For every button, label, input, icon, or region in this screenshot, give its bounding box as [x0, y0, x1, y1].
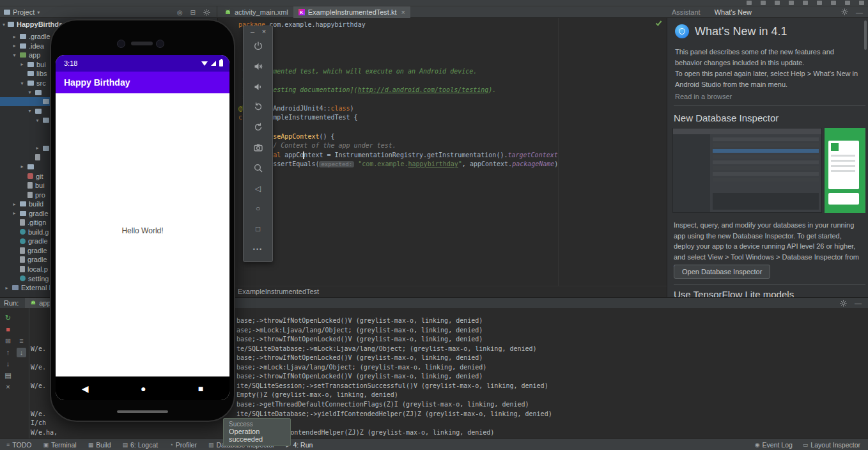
log-line-text: base;->throwIfNotOpenLocked()V (greylist…	[236, 372, 483, 382]
hide-panel-icon[interactable]: —	[855, 299, 862, 307]
home-icon[interactable]: ●	[141, 384, 146, 394]
wifi-icon	[201, 61, 208, 66]
folder-icon	[20, 43, 26, 49]
tree-toggle-icon[interactable]: ▾	[12, 52, 17, 58]
statusbar-item-label: 4: Run	[293, 441, 313, 449]
close-tab-icon[interactable]: ×	[401, 8, 405, 16]
kotlin-file-icon: K	[298, 9, 305, 15]
tree-toggle-icon[interactable]: ▸	[4, 285, 10, 291]
tree-toggle-icon[interactable]: ▸	[35, 145, 40, 151]
chevron-down-icon[interactable]: ▾	[37, 10, 40, 15]
status-time: 3:18	[64, 59, 77, 67]
tab-label: activity_main.xml	[235, 8, 288, 16]
tree-item-label: setting	[28, 275, 49, 283]
attach-icon[interactable]	[831, 1, 836, 5]
tab-activity-main[interactable]: activity_main.xml	[219, 6, 293, 18]
screenshot-icon[interactable]	[244, 142, 272, 153]
project-icon	[4, 10, 10, 15]
code-editor[interactable]: package com.example.happybirthday * Inst…	[217, 18, 667, 286]
minimize-icon[interactable]: –	[248, 27, 257, 36]
settings-gear-icon[interactable]	[841, 8, 848, 15]
divider	[674, 284, 865, 285]
code-line: fun useAppContext() {	[238, 132, 667, 142]
tree-toggle-icon[interactable]: ▸	[12, 210, 17, 216]
locate-icon[interactable]: ◎	[177, 9, 183, 16]
tab-example-instrumented-test[interactable]: K ExampleInstrumentedTest.kt ×	[293, 6, 410, 18]
read-in-browser-link[interactable]: Read in a browser	[675, 93, 732, 100]
zoom-icon[interactable]	[244, 162, 272, 174]
android-studio-logo-icon	[675, 24, 689, 38]
log-line-prefix: W/e.	[31, 382, 46, 391]
log-line-prefix: W/e.	[31, 410, 46, 419]
profile-icon[interactable]	[817, 1, 822, 5]
tree-toggle-icon[interactable]: ▾	[3, 22, 5, 27]
search-icon[interactable]	[845, 1, 850, 5]
menu-icon: ≡	[6, 442, 10, 448]
tree-item-label: gradle	[27, 247, 47, 254]
power-icon[interactable]	[244, 40, 272, 52]
code-line: class ExampleInstrumentedTest {	[238, 113, 667, 123]
scrollbar[interactable]	[864, 20, 867, 50]
breadcrumb[interactable]: ExampleInstrumentedTest	[238, 288, 319, 295]
volume-down-icon[interactable]	[244, 81, 272, 93]
editor-margin-guide	[558, 18, 559, 286]
tree-toggle-icon[interactable]: ▸	[19, 61, 25, 67]
tree-toggle-icon[interactable]: ▸	[12, 43, 17, 49]
tree-toggle-icon[interactable]: ▾	[35, 118, 40, 123]
statusbar-item-profiler[interactable]: ◔Profiler	[169, 441, 197, 449]
back-icon[interactable]: ◀	[82, 384, 89, 394]
code-line: package com.example.happybirthday	[238, 20, 667, 30]
tree-toggle-icon[interactable]: ▸	[12, 201, 17, 207]
statusbar-item-build[interactable]: ▦Build	[88, 441, 111, 449]
folder-icon	[43, 146, 49, 151]
tab-label: ExampleInstrumentedTest.kt	[308, 8, 397, 16]
sync-icon[interactable]	[747, 1, 752, 5]
more-icon[interactable]: •••	[244, 244, 272, 255]
tree-toggle-icon[interactable]: ▸	[12, 34, 17, 40]
settings-gear-icon[interactable]	[203, 9, 210, 16]
tree-toggle-icon[interactable]: ▸	[19, 164, 25, 169]
code-area: package com.example.happybirthday * Inst…	[238, 20, 667, 169]
code-line	[238, 49, 667, 58]
statusbar-item-menu[interactable]: ≡TODO	[6, 441, 31, 449]
breadcrumb-bar: ExampleInstrumentedTest	[217, 286, 667, 297]
tab-whats-new[interactable]: What's New	[715, 8, 752, 16]
status-bar: ≡TODO▣Terminal▦Build▤6: Logcat◔Profiler▥…	[0, 438, 868, 450]
rotate-right-icon[interactable]	[244, 121, 272, 133]
settings-icon[interactable]	[859, 1, 864, 5]
tree-toggle-icon[interactable]: ▾	[27, 108, 33, 114]
run-icon[interactable]	[789, 1, 794, 5]
device-dropdown-icon[interactable]	[775, 1, 780, 5]
statusbar-item-logcat[interactable]: ▤6: Logcat	[123, 441, 159, 449]
collapse-all-icon[interactable]: ⊟	[190, 9, 196, 16]
settings-gear-icon[interactable]	[840, 300, 847, 307]
project-tool-label[interactable]: Project	[13, 8, 35, 16]
statusbar-item-layout-inspector[interactable]: ▭Layout Inspector	[803, 441, 860, 449]
folder-icon	[27, 71, 34, 76]
tab-assistant[interactable]: Assistant	[672, 8, 701, 16]
code-line	[238, 58, 667, 67]
tree-toggle-icon[interactable]: ▾	[27, 89, 33, 95]
close-icon[interactable]: ×	[260, 27, 268, 36]
overview-icon[interactable]: □	[244, 223, 272, 235]
hide-panel-icon[interactable]: —	[856, 8, 863, 16]
statusbar-item-terminal[interactable]: ▣Terminal	[43, 441, 76, 449]
emulator-screen[interactable]: 3:18 Happy Birthday Hello World! ◀●■	[56, 55, 229, 400]
rotate-left-icon[interactable]	[244, 101, 272, 112]
folder-icon	[20, 201, 26, 206]
tree-toggle-icon[interactable]: ▾	[19, 81, 25, 86]
volume-up-icon[interactable]	[244, 61, 272, 72]
tree-item-label: git	[36, 173, 43, 180]
code-line: * Instrumented test, which will execute …	[238, 67, 667, 77]
open-database-inspector-button[interactable]: Open Database Inspector	[674, 265, 770, 279]
tree-item-label: pro	[35, 191, 45, 199]
build-icon[interactable]	[761, 1, 766, 5]
emulator-window[interactable]: 3:18 Happy Birthday Hello World! ◀●■	[50, 19, 235, 422]
home-icon[interactable]: ○	[244, 203, 272, 214]
back-icon[interactable]: ◁	[244, 183, 272, 194]
overview-icon[interactable]: ■	[198, 384, 203, 394]
code-line	[238, 30, 667, 40]
divider	[674, 105, 865, 106]
debug-icon[interactable]	[803, 1, 808, 5]
statusbar-item-event-log[interactable]: ◉Event Log	[755, 441, 793, 449]
